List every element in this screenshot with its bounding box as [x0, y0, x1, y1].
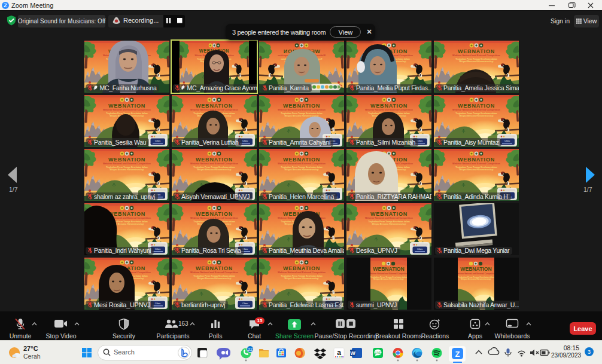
svg-text:W: W — [350, 350, 355, 356]
svg-text:Ciliwu: Ciliwu — [154, 139, 160, 142]
svg-text:a: a — [337, 348, 341, 357]
svg-text:Ciliwu: Ciliwu — [416, 248, 422, 250]
svg-text:Ciliwu: Ciliwu — [242, 302, 247, 304]
svg-text:Ciliwu: Ciliwu — [154, 248, 160, 250]
svg-text:163: 163 — [178, 320, 188, 327]
svg-text:Z: Z — [455, 350, 460, 359]
svg-text:Ciliwu: Ciliwu — [504, 139, 509, 142]
svg-text:Ciliwu: Ciliwu — [154, 302, 160, 304]
svg-text:Ciliwu: Ciliwu — [242, 139, 247, 142]
svg-text:LINE: LINE — [375, 351, 381, 354]
svg-text:22: 22 — [248, 347, 253, 351]
